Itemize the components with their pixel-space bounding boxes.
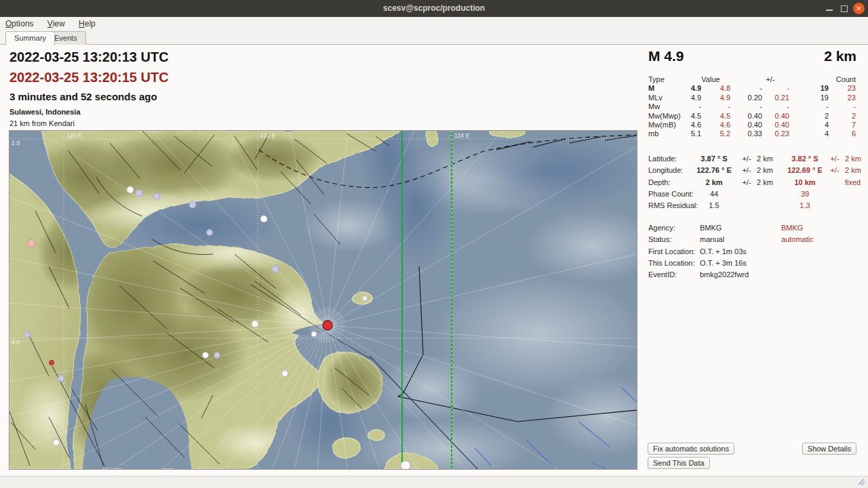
depth-headline: 2 km xyxy=(824,48,856,64)
elapsed-time: 3 minutes and 52 seconds ago xyxy=(9,91,157,102)
window-title: scesv@scproc/production xyxy=(0,0,868,17)
location-row: Phase Count:4439 xyxy=(648,190,860,201)
magnitude-row: Mw(mB)4.64.60.400.4047 xyxy=(648,121,856,129)
station-marker xyxy=(214,352,220,359)
title-bar: scesv@scproc/production ✕ xyxy=(0,0,868,17)
magnitude-table: Type Value +/- Count M4.94.8--1923MLv4.9… xyxy=(648,75,856,139)
menu-bar: Options View Help xyxy=(0,17,868,29)
graticule-label: 120 E xyxy=(66,132,82,139)
minimize-icon[interactable] xyxy=(826,9,833,11)
menu-item-view[interactable]: View xyxy=(42,18,71,29)
meta-row: Agency:BMKGBMKG xyxy=(648,224,860,235)
magnitude-table-header: Type Value +/- Count xyxy=(648,75,856,84)
location-row: Latitude:3.87 ° S+/-2 km3.82 ° S+/-2 km xyxy=(648,155,860,166)
menu-item-options[interactable]: Options xyxy=(0,18,39,29)
station-marker xyxy=(401,461,410,469)
location-table: Latitude:3.87 ° S+/-2 km3.82 ° S+/-2 kmL… xyxy=(648,155,860,213)
station-marker xyxy=(189,201,196,208)
meta-row: First Location:O.T. + 1m 03s xyxy=(648,247,860,259)
maximize-icon[interactable] xyxy=(841,5,848,12)
station-marker xyxy=(153,193,160,200)
location-row: Depth:2 km+/-2 km10 kmfixed xyxy=(648,178,860,190)
map-canvas[interactable]: 120 E122 E124 E2 S4 S xyxy=(9,131,637,469)
station-marker xyxy=(136,190,142,197)
graticule-label: 4 S xyxy=(12,339,20,346)
show-details-button[interactable]: Show Details xyxy=(802,443,856,455)
epicenter-symbol xyxy=(323,321,332,330)
station-marker xyxy=(58,375,64,382)
event-map[interactable]: 120 E122 E124 E2 S4 S xyxy=(9,130,637,470)
meta-row: Status:manualautomatic xyxy=(648,235,860,247)
magnitude-row: MLv4.94.90.200.211923 xyxy=(648,94,856,102)
station-marker xyxy=(311,331,317,337)
location-row: RMS Residual:1.51.3 xyxy=(648,201,860,213)
col-count: Count xyxy=(836,75,856,83)
graticule-label: 2 S xyxy=(12,140,20,146)
col-err: +/- xyxy=(726,75,814,83)
tab-bar: Summary Events xyxy=(0,29,868,45)
send-this-data-button[interactable]: Send This Data xyxy=(648,457,710,469)
status-bar xyxy=(0,476,868,488)
menu-item-help[interactable]: Help xyxy=(73,18,101,29)
location-row: Longitude:122.76 ° E+/-2 km122.69 ° E+/-… xyxy=(648,166,860,178)
fix-automatic-solutions-button[interactable]: Fix automatic solutions xyxy=(648,443,734,455)
meta-row: This Location:O.T. + 3m 16s xyxy=(648,259,860,270)
close-icon[interactable]: ✕ xyxy=(853,3,865,14)
station-marker xyxy=(28,240,35,247)
meta-row: EventID:bmkg2022fwrd xyxy=(648,270,860,282)
magnitude-row: M4.94.8--1923 xyxy=(648,84,856,93)
station-marker xyxy=(50,361,54,365)
epicenter-marker xyxy=(323,321,332,330)
tab-summary[interactable]: Summary xyxy=(5,31,55,45)
origin-time: 2022-03-25 13:20:13 UTC xyxy=(9,49,169,65)
magnitude-row: mb5.15.20.330.2346 xyxy=(648,129,856,138)
col-type: Type xyxy=(648,75,665,83)
graticule-label: 124 E xyxy=(454,132,470,139)
meta-table: Agency:BMKGBMKGStatus:manualautomaticFir… xyxy=(648,224,860,282)
station-marker xyxy=(203,352,209,359)
magnitude-headline: M 4.9 xyxy=(648,48,684,64)
region-name: Sulawesi, Indonesia xyxy=(9,108,81,116)
station-marker xyxy=(252,321,258,327)
station-marker xyxy=(207,230,213,236)
station-marker xyxy=(282,371,288,377)
station-marker xyxy=(260,216,267,222)
distance-from-city: 21 km from Kendari xyxy=(9,119,75,127)
magnitude-row: Mw------ xyxy=(648,102,856,111)
magnitude-row: Mw(Mwp)4.54.50.400.4022 xyxy=(648,112,856,121)
automatic-origin-time: 2022-03-25 13:20:15 UTC xyxy=(9,70,169,85)
station-marker xyxy=(127,186,134,193)
resize-grip-icon[interactable] xyxy=(857,478,865,486)
station-marker xyxy=(272,266,279,272)
station-marker xyxy=(54,440,60,446)
graticule-label: 122 E xyxy=(260,132,276,139)
station-marker xyxy=(363,296,368,301)
station-marker xyxy=(24,332,31,338)
